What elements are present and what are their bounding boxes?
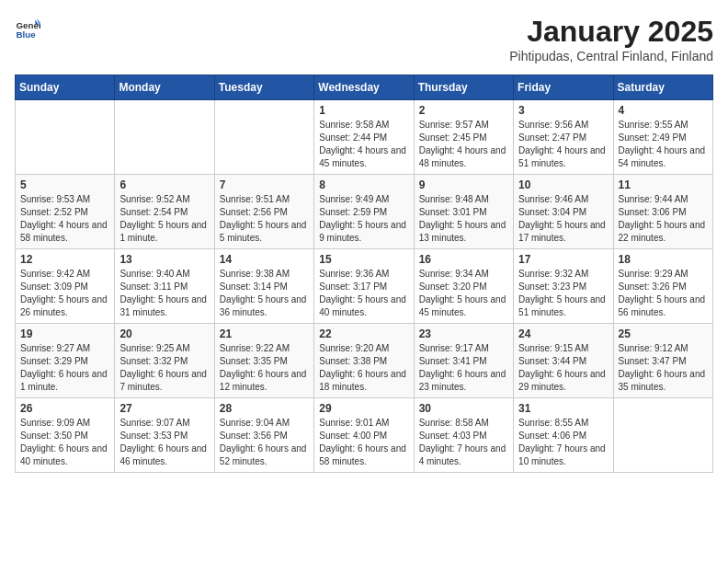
calendar-cell: 25Sunrise: 9:12 AM Sunset: 3:47 PM Dayli… (613, 324, 712, 398)
calendar-cell: 24Sunrise: 9:15 AM Sunset: 3:44 PM Dayli… (514, 324, 613, 398)
day-number: 13 (119, 253, 209, 266)
month-title: January 2025 (509, 15, 713, 49)
calendar-cell: 29Sunrise: 9:01 AM Sunset: 4:00 PM Dayli… (314, 398, 414, 473)
day-info: Sunrise: 9:42 AM Sunset: 3:09 PM Dayligh… (20, 268, 109, 319)
day-info: Sunrise: 9:48 AM Sunset: 3:01 PM Dayligh… (419, 193, 508, 245)
calendar-cell: 8Sunrise: 9:49 AM Sunset: 2:59 PM Daylig… (314, 175, 414, 249)
day-number: 14 (220, 253, 309, 266)
day-number: 6 (119, 178, 209, 191)
calendar-cell: 11Sunrise: 9:44 AM Sunset: 3:06 PM Dayli… (613, 175, 712, 249)
day-info: Sunrise: 9:58 AM Sunset: 2:44 PM Dayligh… (319, 119, 408, 170)
calendar-cell: 6Sunrise: 9:52 AM Sunset: 2:54 PM Daylig… (115, 175, 214, 249)
calendar-cell: 26Sunrise: 9:09 AM Sunset: 3:50 PM Dayli… (16, 398, 115, 473)
weekday-header: Friday (514, 75, 613, 100)
day-info: Sunrise: 9:12 AM Sunset: 3:47 PM Dayligh… (619, 342, 708, 394)
day-number: 4 (619, 104, 708, 117)
calendar-cell: 31Sunrise: 8:55 AM Sunset: 4:06 PM Dayli… (514, 398, 613, 473)
day-number: 19 (20, 327, 109, 340)
calendar-cell: 23Sunrise: 9:17 AM Sunset: 3:41 PM Dayli… (414, 324, 513, 398)
calendar-cell: 21Sunrise: 9:22 AM Sunset: 3:35 PM Dayli… (214, 324, 313, 398)
calendar-cell: 9Sunrise: 9:48 AM Sunset: 3:01 PM Daylig… (414, 175, 513, 249)
day-info: Sunrise: 9:29 AM Sunset: 3:26 PM Dayligh… (619, 268, 708, 319)
day-info: Sunrise: 9:38 AM Sunset: 3:14 PM Dayligh… (220, 268, 309, 319)
day-info: Sunrise: 9:17 AM Sunset: 3:41 PM Dayligh… (419, 342, 508, 394)
calendar-cell (16, 100, 115, 175)
calendar-cell: 12Sunrise: 9:42 AM Sunset: 3:09 PM Dayli… (16, 249, 115, 324)
day-number: 11 (619, 178, 708, 191)
day-info: Sunrise: 9:34 AM Sunset: 3:20 PM Dayligh… (419, 268, 508, 319)
day-info: Sunrise: 9:53 AM Sunset: 2:52 PM Dayligh… (20, 193, 109, 245)
day-info: Sunrise: 9:49 AM Sunset: 2:59 PM Dayligh… (319, 193, 408, 245)
day-number: 30 (419, 402, 508, 415)
day-number: 29 (319, 402, 408, 415)
logo: General Blue (15, 15, 40, 40)
title-block: January 2025 Pihtipudas, Central Finland… (509, 15, 713, 63)
weekday-header: Tuesday (214, 75, 313, 100)
day-number: 24 (518, 327, 608, 340)
day-number: 3 (518, 104, 608, 117)
day-number: 7 (220, 178, 309, 191)
day-info: Sunrise: 9:15 AM Sunset: 3:44 PM Dayligh… (518, 342, 608, 394)
day-number: 9 (419, 178, 508, 191)
weekday-header: Monday (115, 75, 214, 100)
day-info: Sunrise: 9:52 AM Sunset: 2:54 PM Dayligh… (119, 193, 209, 245)
weekday-header: Thursday (414, 75, 513, 100)
day-number: 27 (119, 402, 209, 415)
calendar-cell: 15Sunrise: 9:36 AM Sunset: 3:17 PM Dayli… (314, 249, 414, 324)
day-number: 17 (518, 253, 608, 266)
calendar-cell (214, 100, 313, 175)
calendar-cell (613, 398, 712, 473)
calendar-header-row: SundayMondayTuesdayWednesdayThursdayFrid… (16, 75, 713, 100)
day-number: 16 (419, 253, 508, 266)
location-title: Pihtipudas, Central Finland, Finland (509, 49, 713, 63)
calendar-week-row: 12Sunrise: 9:42 AM Sunset: 3:09 PM Dayli… (16, 249, 713, 324)
calendar-cell: 16Sunrise: 9:34 AM Sunset: 3:20 PM Dayli… (414, 249, 513, 324)
day-number: 28 (220, 402, 309, 415)
calendar-cell: 3Sunrise: 9:56 AM Sunset: 2:47 PM Daylig… (514, 100, 613, 175)
day-info: Sunrise: 9:27 AM Sunset: 3:29 PM Dayligh… (20, 342, 109, 394)
calendar-cell: 2Sunrise: 9:57 AM Sunset: 2:45 PM Daylig… (414, 100, 513, 175)
day-number: 22 (319, 327, 408, 340)
calendar-cell: 20Sunrise: 9:25 AM Sunset: 3:32 PM Dayli… (115, 324, 214, 398)
day-number: 8 (319, 178, 408, 191)
calendar-week-row: 5Sunrise: 9:53 AM Sunset: 2:52 PM Daylig… (16, 175, 713, 249)
day-info: Sunrise: 9:07 AM Sunset: 3:53 PM Dayligh… (119, 417, 209, 468)
day-number: 31 (518, 402, 608, 415)
calendar-cell: 30Sunrise: 8:58 AM Sunset: 4:03 PM Dayli… (414, 398, 513, 473)
day-info: Sunrise: 9:40 AM Sunset: 3:11 PM Dayligh… (119, 268, 209, 319)
day-info: Sunrise: 9:01 AM Sunset: 4:00 PM Dayligh… (319, 417, 408, 468)
calendar-cell: 17Sunrise: 9:32 AM Sunset: 3:23 PM Dayli… (514, 249, 613, 324)
day-info: Sunrise: 9:32 AM Sunset: 3:23 PM Dayligh… (518, 268, 608, 319)
calendar-week-row: 1Sunrise: 9:58 AM Sunset: 2:44 PM Daylig… (16, 100, 713, 175)
weekday-header: Sunday (16, 75, 115, 100)
calendar-cell: 7Sunrise: 9:51 AM Sunset: 2:56 PM Daylig… (214, 175, 313, 249)
day-number: 23 (419, 327, 508, 340)
calendar-week-row: 19Sunrise: 9:27 AM Sunset: 3:29 PM Dayli… (16, 324, 713, 398)
page-header: General Blue January 2025 Pihtipudas, Ce… (15, 15, 713, 63)
day-info: Sunrise: 9:56 AM Sunset: 2:47 PM Dayligh… (518, 119, 608, 170)
day-number: 26 (20, 402, 109, 415)
day-info: Sunrise: 9:20 AM Sunset: 3:38 PM Dayligh… (319, 342, 408, 394)
calendar-cell: 22Sunrise: 9:20 AM Sunset: 3:38 PM Dayli… (314, 324, 414, 398)
day-info: Sunrise: 9:46 AM Sunset: 3:04 PM Dayligh… (518, 193, 608, 245)
day-number: 12 (20, 253, 109, 266)
day-info: Sunrise: 8:58 AM Sunset: 4:03 PM Dayligh… (419, 417, 508, 468)
calendar-cell: 18Sunrise: 9:29 AM Sunset: 3:26 PM Dayli… (613, 249, 712, 324)
day-number: 1 (319, 104, 408, 117)
calendar-cell: 19Sunrise: 9:27 AM Sunset: 3:29 PM Dayli… (16, 324, 115, 398)
day-info: Sunrise: 9:44 AM Sunset: 3:06 PM Dayligh… (619, 193, 708, 245)
weekday-header: Wednesday (314, 75, 414, 100)
calendar-cell: 28Sunrise: 9:04 AM Sunset: 3:56 PM Dayli… (214, 398, 313, 473)
day-number: 21 (220, 327, 309, 340)
day-info: Sunrise: 9:55 AM Sunset: 2:49 PM Dayligh… (619, 119, 708, 170)
day-info: Sunrise: 9:09 AM Sunset: 3:50 PM Dayligh… (20, 417, 109, 468)
day-number: 15 (319, 253, 408, 266)
calendar-table: SundayMondayTuesdayWednesdayThursdayFrid… (15, 75, 713, 473)
calendar-cell: 27Sunrise: 9:07 AM Sunset: 3:53 PM Dayli… (115, 398, 214, 473)
day-number: 25 (619, 327, 708, 340)
calendar-cell: 1Sunrise: 9:58 AM Sunset: 2:44 PM Daylig… (314, 100, 414, 175)
day-info: Sunrise: 9:22 AM Sunset: 3:35 PM Dayligh… (220, 342, 309, 394)
calendar-cell: 13Sunrise: 9:40 AM Sunset: 3:11 PM Dayli… (115, 249, 214, 324)
svg-text:Blue: Blue (16, 29, 36, 40)
day-info: Sunrise: 9:51 AM Sunset: 2:56 PM Dayligh… (220, 193, 309, 245)
